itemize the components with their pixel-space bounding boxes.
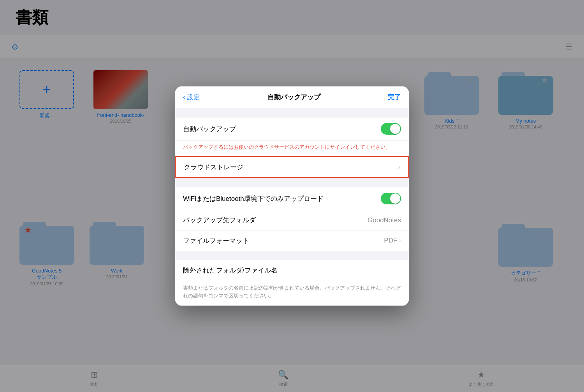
modal-done-button[interactable]: 完了 (388, 93, 401, 102)
section-divider-1 (175, 108, 409, 113)
modal-header: ‹ 設定 自動バックアップ 完了 (175, 86, 409, 108)
section-auto-backup: 自動バックアップ バックアップするにはお使いのクラウドサービスのアカウントにサイ… (175, 118, 409, 156)
row-wifi-bluetooth: WiFiまたはBluetooth環境下でのみアップロード (175, 187, 409, 210)
row-file-format[interactable]: ファイルフォーマット PDF › (175, 230, 409, 251)
modal-back-button[interactable]: ‹ 設定 (183, 93, 200, 102)
modal-back-label: 設定 (187, 93, 200, 102)
backup-folder-value: GoodNotes (368, 216, 401, 224)
auto-backup-label: 自動バックアップ (183, 125, 236, 134)
toggle-knob-2 (390, 193, 400, 204)
wifi-bluetooth-label: WiFiまたはBluetooth環境下でのみアップロード (183, 194, 381, 203)
row-backup-folder: バックアップ先フォルダ GoodNotes (175, 210, 409, 230)
row-cloud-storage[interactable]: クラウドストレージ › (176, 157, 408, 177)
backup-warning: バックアップするにはお使いのクラウドサービスのアカウントにサインインしてください… (175, 141, 409, 156)
cloud-storage-label: クラウドストレージ (184, 163, 243, 172)
file-format-label: ファイルフォーマット (183, 236, 249, 245)
file-format-value: PDF › (384, 237, 401, 244)
excluded-label: 除外されたフォルダ/ファイル名 (183, 266, 278, 275)
section-wifi: WiFiまたはBluetooth環境下でのみアップロード バックアップ先フォルダ… (175, 187, 409, 251)
backup-folder-label: バックアップ先フォルダ (183, 216, 256, 225)
section-divider-2 (175, 178, 409, 183)
row-cloud-storage-wrapper: クラウドストレージ › (175, 156, 409, 178)
section-divider-3 (175, 251, 409, 255)
toggle-knob (390, 124, 400, 134)
modal-title: 自動バックアップ (267, 93, 320, 102)
excluded-note: 書類またはフォルダの名前に上記の語句が含まれている場合、バックアップされません。… (175, 280, 409, 306)
row-auto-backup: 自動バックアップ (175, 118, 409, 141)
file-format-chevron: › (399, 237, 401, 244)
settings-modal: ‹ 設定 自動バックアップ 完了 自動バックアップ バックアップするにはお使いの… (175, 86, 409, 306)
cloud-storage-chevron: › (398, 163, 400, 171)
row-excluded: 除外されたフォルダ/ファイル名 (175, 260, 409, 280)
wifi-bluetooth-toggle[interactable] (381, 193, 401, 204)
back-chevron-icon: ‹ (183, 93, 185, 101)
section-excluded: 除外されたフォルダ/ファイル名 書類またはフォルダの名前に上記の語句が含まれてい… (175, 260, 409, 306)
modal-overlay: ‹ 設定 自動バックアップ 完了 自動バックアップ バックアップするにはお使いの… (0, 0, 584, 392)
auto-backup-toggle[interactable] (381, 123, 401, 135)
